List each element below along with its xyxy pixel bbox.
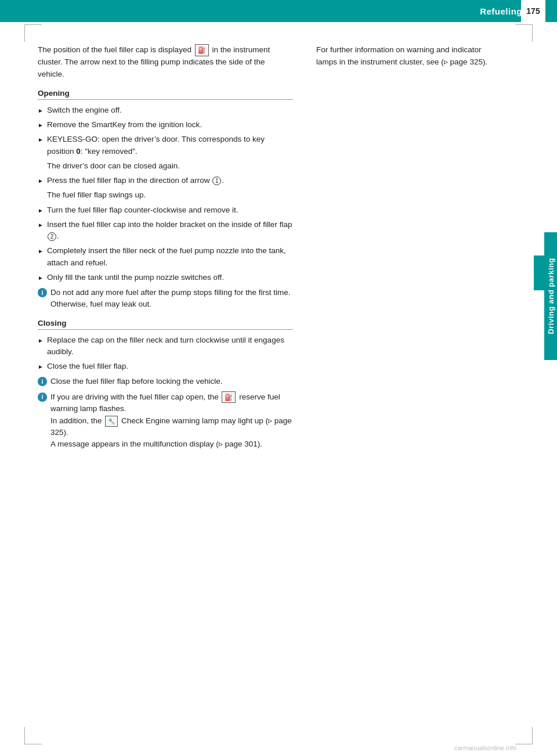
left-column: The position of the fuel filler cap is d… xyxy=(38,44,293,453)
list-item: ► Remove the SmartKey from the ignition … xyxy=(38,119,293,131)
list-item: ► Replace the cap on the filler neck and… xyxy=(38,334,293,358)
list-item: ► Turn the fuel filler flap counter-cloc… xyxy=(38,204,293,216)
bullet-arrow: ► xyxy=(38,336,44,358)
info-icon: i xyxy=(38,288,47,297)
bullet-arrow: ► xyxy=(38,121,44,131)
step-text: Only fill the tank until the pump nozzle… xyxy=(47,272,293,283)
watermark: carmanualsonline.info xyxy=(454,744,516,751)
intro-paragraph: The position of the fuel filler cap is d… xyxy=(38,44,293,81)
opening-info-note: i Do not add any more fuel after the pum… xyxy=(38,287,293,311)
bullet-arrow: ► xyxy=(38,135,44,157)
bullet-arrow: ► xyxy=(38,221,44,243)
right-column: For further information on warning and i… xyxy=(316,44,502,453)
step-text: Press the fuel filler flap in the direct… xyxy=(47,175,293,186)
list-item: ► Press the fuel filler flap in the dire… xyxy=(38,175,293,186)
info-note-text: Do not add any more fuel after the pump … xyxy=(50,287,293,311)
info-icon: i xyxy=(38,377,47,386)
side-tab-marker xyxy=(534,255,544,290)
bullet-arrow: ► xyxy=(38,106,44,116)
step-text: Turn the fuel filler flap counter-clockw… xyxy=(47,204,293,216)
step-text: Close the fuel filler flap. xyxy=(47,361,293,372)
fuel-warning-icon: ⛽ xyxy=(222,391,236,404)
corner-mark-bl xyxy=(24,727,42,744)
opening-steps-list: ► Switch the engine off. ► Remove the Sm… xyxy=(38,105,293,283)
side-tab: Driving and parking xyxy=(544,232,557,360)
list-item: ► The driver’s door can be closed again. xyxy=(38,160,293,172)
closing-note1-text: Close the fuel filler flap before lockin… xyxy=(50,376,293,387)
right-col-text: For further information on warning and i… xyxy=(316,44,502,69)
circle-1: 1 xyxy=(212,177,221,185)
bullet-arrow: ► xyxy=(38,362,44,372)
header-bar: Refueling xyxy=(0,0,557,22)
bullet-arrow: ► xyxy=(38,273,44,283)
list-item: ► Switch the engine off. xyxy=(38,105,293,116)
list-item: ► Close the fuel filler flap. xyxy=(38,361,293,372)
corner-mark-br xyxy=(515,727,533,744)
header-title: Refueling xyxy=(480,6,522,16)
bullet-arrow: ► xyxy=(38,247,44,269)
list-item: ► Insert the fuel filler cap into the ho… xyxy=(38,219,293,243)
bullet-arrow: ► xyxy=(38,206,44,216)
step-text: Replace the cap on the filler neck and t… xyxy=(47,334,293,358)
step-text: Switch the engine off. xyxy=(47,105,293,116)
check-engine-icon: 🔧 xyxy=(105,416,118,427)
step-text: KEYLESS-GO: open the driver’s door. This… xyxy=(47,134,293,157)
closing-steps-list: ► Replace the cap on the filler neck and… xyxy=(38,334,293,373)
step-text: Remove the SmartKey from the ignition lo… xyxy=(47,119,293,131)
closing-info-note-1: i Close the fuel filler flap before lock… xyxy=(38,376,293,387)
closing-heading: Closing xyxy=(38,319,293,330)
side-tab-label: Driving and parking xyxy=(547,258,555,334)
list-item: ► Only fill the tank until the pump nozz… xyxy=(38,272,293,283)
step-text: Insert the fuel filler cap into the hold… xyxy=(47,219,293,243)
step-text: Completely insert the filler neck of the… xyxy=(47,245,293,269)
step-text: The fuel filler flap swings up. xyxy=(47,189,293,201)
page-number: 175 xyxy=(521,0,545,22)
bullet-arrow: ► xyxy=(38,177,44,186)
info-icon: i xyxy=(38,393,47,402)
list-item: ► The fuel filler flap swings up. xyxy=(38,189,293,201)
closing-note2-text: If you are driving with the fuel filler … xyxy=(50,391,293,451)
closing-info-note-2: i If you are driving with the fuel fille… xyxy=(38,391,293,451)
fuel-cap-icon: ⛽ xyxy=(195,44,209,56)
step-text: The driver’s door can be closed again. xyxy=(47,160,293,172)
circle-2: 2 xyxy=(48,232,56,241)
list-item: ► KEYLESS-GO: open the driver’s door. Th… xyxy=(38,134,293,157)
intro-text1: The position of the fuel filler cap is d… xyxy=(38,45,191,54)
list-item: ► Completely insert the filler neck of t… xyxy=(38,245,293,269)
main-content: The position of the fuel filler cap is d… xyxy=(38,35,519,721)
intro-section: The position of the fuel filler cap is d… xyxy=(38,44,519,453)
opening-heading: Opening xyxy=(38,89,293,100)
